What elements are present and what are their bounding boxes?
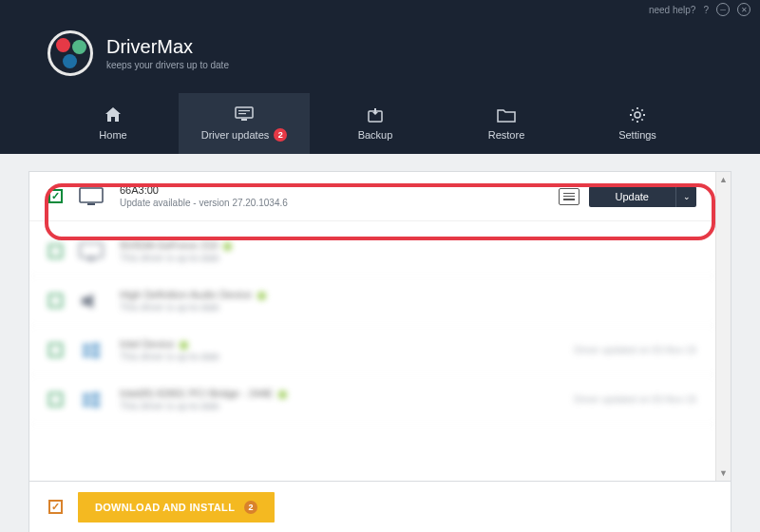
driver-checkbox[interactable] [48, 294, 63, 308]
svg-rect-0 [236, 107, 253, 118]
driver-checkbox[interactable] [48, 392, 63, 407]
nav-label: Settings [618, 129, 656, 141]
nav-restore[interactable]: Restore [441, 93, 572, 154]
update-dropdown-icon[interactable]: ⌄ [675, 186, 696, 207]
driver-checkbox[interactable] [48, 244, 63, 258]
backup-icon [366, 106, 385, 124]
nav-label: Home [99, 129, 126, 141]
svg-rect-8 [80, 243, 103, 257]
app-logo-icon [48, 30, 93, 76]
home-icon [104, 106, 123, 124]
download-badge: 2 [244, 501, 257, 514]
monitor-icon [235, 105, 254, 123]
svg-rect-11 [83, 344, 90, 350]
question-icon[interactable]: ? [703, 5, 709, 15]
svg-rect-10 [82, 297, 87, 305]
updates-badge: 2 [274, 128, 287, 142]
monitor-device-icon [78, 241, 104, 262]
select-all-checkbox[interactable]: ✓ [48, 500, 63, 514]
scroll-down-icon[interactable]: ▼ [716, 466, 731, 481]
svg-rect-15 [83, 393, 90, 399]
svg-rect-1 [238, 110, 250, 111]
svg-point-5 [635, 112, 640, 118]
driver-row[interactable]: High Definition Audio Device This driver… [29, 276, 715, 326]
driver-row[interactable]: Intel(R) 82801 PCI Bridge - 244E This dr… [29, 375, 715, 425]
status-dot-icon [180, 341, 188, 350]
svg-rect-17 [83, 401, 90, 407]
button-label: DOWNLOAD AND INSTALL [95, 502, 235, 513]
driver-status: This driver is up-to-date [120, 253, 696, 263]
driver-status: This driver is up-to-date [120, 352, 559, 362]
svg-rect-6 [80, 188, 103, 202]
gear-icon [628, 106, 647, 124]
nav-label: Backup [358, 129, 393, 141]
app-tagline: keeps your drivers up to date [106, 60, 229, 70]
status-dot-icon [223, 242, 232, 251]
monitor-device-icon [78, 186, 104, 207]
status-dot-icon [278, 390, 287, 399]
driver-status: This driver is up-to-date [120, 302, 696, 313]
svg-rect-3 [241, 119, 247, 121]
nav-label: Driver updates [201, 129, 270, 141]
svg-rect-14 [92, 352, 100, 358]
scrollbar[interactable]: ▲ ▼ [715, 172, 731, 481]
driver-note: Driver updated on 03-Nov-16 [574, 345, 696, 355]
windows-device-icon [78, 340, 104, 361]
driver-checkbox[interactable]: ✓ [48, 189, 63, 203]
driver-note: Driver updated on 03-Nov-16 [574, 394, 696, 405]
scroll-up-icon[interactable]: ▲ [716, 172, 731, 187]
download-install-button[interactable]: DOWNLOAD AND INSTALL 2 [78, 492, 275, 522]
driver-row-featured[interactable]: ✓ 66A3:00 Update available - version 27.… [29, 172, 715, 221]
driver-name: Intel Device [120, 338, 174, 350]
driver-name: Intel(R) 82801 PCI Bridge - 244E [120, 388, 273, 399]
driver-checkbox[interactable] [48, 343, 63, 357]
svg-rect-16 [92, 392, 100, 399]
action-bar: ✓ DOWNLOAD AND INSTALL 2 [28, 482, 732, 532]
nav-backup[interactable]: Backup [310, 93, 441, 154]
svg-rect-13 [83, 352, 90, 357]
update-button[interactable]: Update ⌄ [589, 186, 696, 207]
driver-list-panel: ✓ 66A3:00 Update available - version 27.… [28, 171, 732, 482]
svg-rect-7 [87, 203, 95, 205]
nav-settings[interactable]: Settings [572, 93, 703, 154]
svg-rect-18 [92, 401, 100, 408]
status-dot-icon [257, 292, 266, 300]
driver-name: NVIDIA GeForce 210 [120, 239, 218, 251]
driver-name: High Definition Audio Device [120, 289, 252, 300]
svg-rect-2 [238, 113, 246, 114]
windows-device-icon [78, 390, 104, 410]
help-link[interactable]: need help? [649, 5, 696, 15]
svg-rect-12 [92, 343, 100, 350]
driver-row[interactable]: NVIDIA GeForce 210 This driver is up-to-… [29, 227, 715, 276]
app-title: DriverMax [106, 36, 229, 58]
svg-rect-9 [87, 258, 95, 260]
minimize-button[interactable]: ─ [716, 3, 730, 16]
close-button[interactable]: ✕ [737, 3, 750, 16]
nav-label: Restore [488, 129, 525, 141]
driver-name: 66A3:00 [120, 184, 543, 196]
details-icon[interactable] [559, 188, 580, 205]
nav-home[interactable]: Home [48, 93, 179, 154]
app-header: DriverMax keeps your drivers up to date [0, 19, 760, 93]
audio-device-icon [78, 291, 104, 312]
driver-status: Update available - version 27.20.1034.6 [120, 198, 543, 208]
folder-icon [497, 106, 516, 124]
driver-status: This driver is up-to-date [120, 401, 559, 411]
main-nav: Home Driver updates 2 Backup Restore Set… [0, 93, 760, 154]
nav-driver-updates[interactable]: Driver updates 2 [179, 93, 310, 154]
update-button-label: Update [589, 191, 675, 202]
driver-row[interactable]: Intel Device This driver is up-to-date D… [29, 326, 715, 375]
